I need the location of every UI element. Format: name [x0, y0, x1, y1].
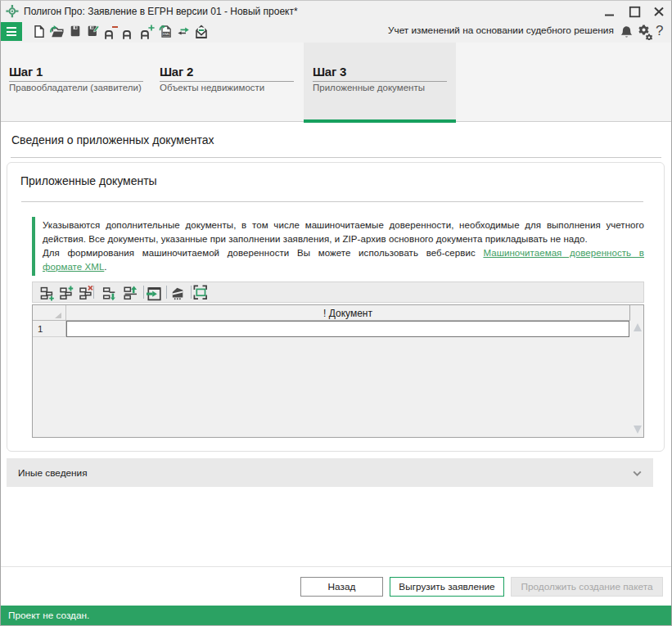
svg-text:XML: XML: [163, 32, 171, 36]
